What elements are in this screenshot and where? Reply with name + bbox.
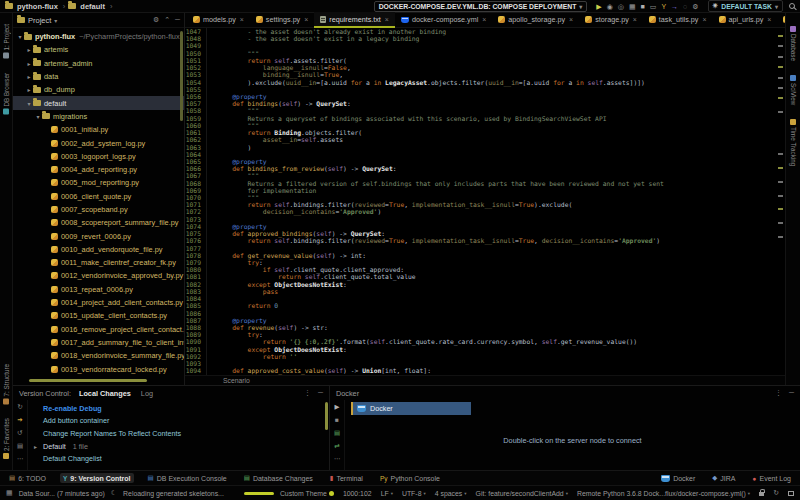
changelist-item[interactable]: Add button container — [34, 415, 329, 428]
run-icon[interactable]: ▶ — [335, 402, 340, 411]
close-icon[interactable]: × — [569, 16, 573, 23]
breadcrumb-item[interactable]: default — [80, 2, 105, 11]
search-icon[interactable] — [789, 3, 795, 9]
run-icon[interactable]: ▶ — [596, 3, 601, 10]
tw-item-database-changes[interactable]: ▤Database Changes — [241, 473, 316, 483]
tree-item[interactable]: ▸db_dump — [13, 83, 184, 96]
tree-item[interactable]: 0005_mod_reporting.py — [13, 176, 184, 189]
tab-task_utils.py[interactable]: task_utils.py× — [643, 12, 713, 27]
tree-item[interactable]: 0007_scopeband.py — [13, 203, 184, 216]
theme-indicator[interactable]: Custom Theme — [280, 490, 334, 497]
stripe-item-time-tracking[interactable]: Time Tracking — [790, 119, 797, 166]
git-branch-icon[interactable]: Y — [661, 3, 666, 10]
more-icon[interactable]: ⋮ — [775, 389, 782, 397]
stripe-item-2-favorites[interactable]: 2: Favorites — [3, 418, 10, 459]
close-icon[interactable]: × — [304, 16, 308, 23]
tree-item[interactable]: ▾default — [13, 96, 184, 109]
screen-icon[interactable] — [788, 491, 794, 496]
close-icon[interactable]: × — [240, 16, 244, 23]
run-config-selector[interactable]: DOCKER-COMPOSE.DEV.YML.DB: COMPOSE DEPLO… — [374, 1, 588, 12]
tw-item-terminal[interactable]: ▮Terminal — [327, 473, 366, 483]
tw-item-db-execution-console[interactable]: ▤DB Execution Console — [145, 473, 230, 483]
tree-item[interactable]: 0003_logoport_logs.py — [13, 150, 184, 163]
vc-scrollbar[interactable] — [325, 402, 328, 430]
tab-docker-compose.yml[interactable]: docker-compose.yml× — [395, 12, 492, 27]
tree-item[interactable]: 0016_remove_project_client_contact.py — [13, 323, 184, 336]
changelist-item[interactable]: Default Changelist — [34, 452, 329, 465]
task-selector[interactable]: ✳ DEFAULT TASK ▾ — [708, 0, 783, 12]
tw-item-python-console[interactable]: PyPython Console — [377, 473, 443, 483]
debug-icon[interactable]: ◉ — [607, 3, 613, 10]
project-panel-header[interactable]: Project ▾ ⚙⌃─ — [13, 13, 184, 28]
stripe-item-sciview[interactable]: SciView — [790, 75, 797, 105]
editor-area[interactable]: 1047 - the asset doesn't already exist i… — [185, 28, 785, 375]
changelist-item[interactable]: ▸Default1 file — [34, 440, 329, 453]
tree-item[interactable]: 0010_add_vendorquote_file.py — [13, 243, 184, 256]
stripe-item-7-structure[interactable]: 7: Structure — [3, 364, 10, 405]
tree-item[interactable]: 0012_vendorinvoice_approved_by.py — [13, 269, 184, 282]
refresh-icon[interactable]: ↻ — [17, 402, 22, 411]
tab-requirements.txt[interactable]: requirements.txt× — [314, 12, 395, 27]
tw-item-6-todo[interactable]: ▤6: TODO — [6, 473, 49, 483]
concurrency-diagram-icon[interactable]: ▭ — [650, 3, 657, 10]
status-segment-utf-8[interactable]: UTF-8▾ — [402, 490, 426, 497]
tree-item[interactable]: 0011_make_clientref_creator_fk.py — [13, 256, 184, 269]
tree-item[interactable]: 0002_add_system_log.py — [13, 136, 184, 149]
close-icon[interactable]: × — [767, 16, 771, 23]
lock-icon[interactable] — [759, 492, 764, 496]
settings-icon[interactable]: ⚙ — [692, 3, 698, 10]
status-segment-git[interactable]: Git: feature/secondClientAdd▾ — [476, 490, 568, 497]
stripe-item-database[interactable]: Database — [790, 26, 797, 61]
close-icon[interactable]: × — [482, 16, 486, 23]
tab-api_urls.py[interactable]: api_urls.py× — [713, 12, 778, 27]
error-stripe[interactable] — [777, 28, 784, 375]
breadcrumb-item[interactable]: python-flux — [17, 2, 58, 11]
hide-icon[interactable]: ─ — [175, 16, 180, 24]
updates-icon[interactable]: ◌ — [683, 3, 687, 10]
status-segment-4-spaces[interactable]: 4 spaces▾ — [435, 490, 467, 497]
tree-item[interactable]: 0018_vendorinvoice_summary_file.py — [13, 349, 184, 362]
tree-item[interactable]: 0004_add_reporting.py — [13, 163, 184, 176]
stripe-item-db-browser[interactable]: DB Browser — [3, 73, 10, 115]
tw-item-docker[interactable]: Docker — [658, 473, 698, 483]
tree-item[interactable]: ▾migrations — [13, 110, 184, 123]
close-icon[interactable]: × — [702, 16, 706, 23]
push-icon[interactable]: → — [671, 3, 678, 10]
status-segment-remote-python-3-6-8-dock-flux-docker-compose-yml-[interactable]: Remote Python 3.6.8 Dock...flux/docker-c… — [577, 490, 750, 497]
tab-storage.py[interactable]: storage.py× — [579, 12, 643, 27]
commit-icon[interactable]: ➔ — [17, 415, 22, 424]
tree-item[interactable]: ▸data — [13, 70, 184, 83]
tree-item[interactable]: ▸artemis — [13, 43, 184, 56]
status-segment-lf[interactable]: LF▾ — [381, 490, 393, 497]
stripe-item-1-project[interactable]: 1: Project — [3, 24, 10, 59]
gear-icon[interactable]: ⚙ — [153, 16, 159, 24]
tree-item[interactable]: ▸artemis_admin — [13, 57, 184, 70]
tw-item-jira[interactable]: ◆JIRA — [709, 473, 738, 483]
profiler-icon[interactable]: ▦ — [629, 3, 636, 10]
stop-icon[interactable]: ■ — [335, 415, 339, 424]
minimize-icon[interactable]: ─ — [789, 389, 794, 397]
coverage-icon[interactable]: ◎ — [618, 3, 624, 10]
minimize-icon[interactable]: ─ — [318, 389, 323, 397]
collapse-all-icon[interactable]: ⌃ — [164, 16, 170, 24]
more-icon[interactable]: ⋮ — [304, 389, 311, 397]
connect-icon[interactable]: ⇄ — [334, 441, 339, 450]
tree-item[interactable]: 0019_vendorratecard_locked.py — [13, 362, 184, 375]
sync-icon[interactable]: ↻ — [773, 489, 779, 497]
changelist-item[interactable]: Change Report Names To Reflect Contents — [34, 427, 329, 440]
tree-item[interactable]: 0017_add_summary_file_to_client_invoice. — [13, 336, 184, 349]
tree-item[interactable]: 0001_initial.py — [13, 123, 184, 136]
tab-settings.py[interactable]: settings.py× — [250, 12, 314, 27]
tree-item[interactable]: 0009_revert_0006.py — [13, 229, 184, 242]
tree-item[interactable]: 0008_scopereport_summary_file.py — [13, 216, 184, 229]
tw-item-event-log[interactable]: ●Event Log — [750, 473, 794, 483]
more-icon[interactable]: ⋯ — [17, 454, 24, 463]
tab-apollo_storage.py[interactable]: apollo_storage.py× — [492, 12, 579, 27]
docker-server-node[interactable]: Docker — [351, 402, 471, 415]
tree-item[interactable]: 0013_repeat_0006.py — [13, 283, 184, 296]
history-icon[interactable]: ↺ — [17, 428, 22, 437]
caret-position[interactable]: 1000:102 — [343, 490, 372, 497]
vc-tab-log[interactable]: Log — [141, 389, 153, 398]
tree-item[interactable]: ▾python-flux~/PycharmProjects/python-flu… — [13, 30, 184, 43]
tree-item[interactable]: 0014_project_add_client_contacts.py — [13, 296, 184, 309]
